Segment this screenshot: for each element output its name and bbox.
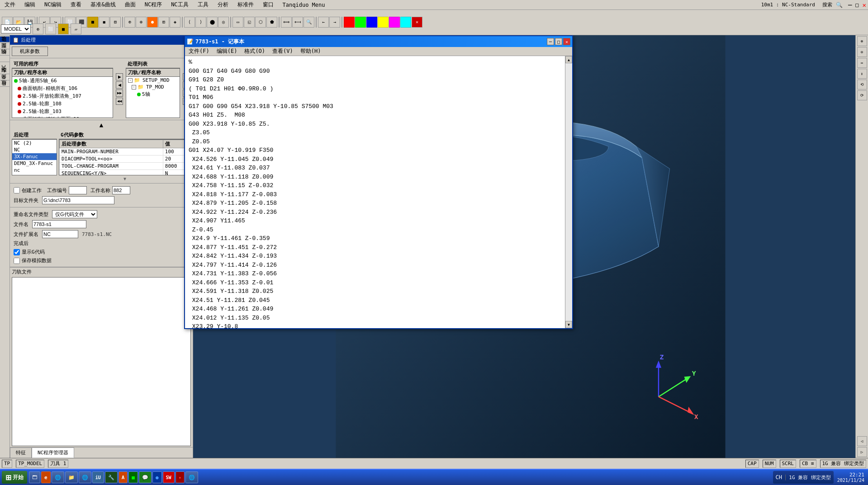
target-folder-input[interactable] <box>42 196 114 204</box>
shape2-btn[interactable]: ◱ <box>244 17 255 28</box>
tool3-btn[interactable]: ● <box>147 17 158 28</box>
vert-btn-nc[interactable]: NC <box>0 61 9 73</box>
taskbar-chrome[interactable]: 🌐 <box>52 471 64 483</box>
close-btn[interactable]: ✕ <box>863 1 866 9</box>
menu-nc-tools[interactable]: NC工具 <box>168 0 191 9</box>
view3-btn[interactable]: ■ <box>87 17 98 28</box>
menu-tools[interactable]: 工具 <box>195 0 211 9</box>
side-btn-expand[interactable]: ▷ <box>857 447 867 457</box>
remove-arrow[interactable]: ◀ <box>116 81 123 89</box>
add-arrow[interactable]: ▶ <box>116 73 123 80</box>
taskbar-ie[interactable]: e <box>41 471 51 483</box>
zoom-btn[interactable]: 🔍 <box>304 17 314 28</box>
rename-type-select[interactable]: 仅G代码文件 <box>52 210 97 218</box>
measure1-btn[interactable]: ⟺ <box>281 17 292 28</box>
prog-item-2[interactable]: 2.5轴-开放轮廓清角_107 <box>12 92 113 100</box>
notepad-restore[interactable]: □ <box>555 38 562 45</box>
nav4-btn[interactable]: ◎ <box>218 17 229 28</box>
side-btn-4[interactable]: ↕ <box>857 69 867 79</box>
vert-btn-all[interactable]: 全局 <box>0 80 9 86</box>
menu-standards[interactable]: 标准件 <box>235 0 256 9</box>
menu-view[interactable]: 查看 <box>68 0 84 9</box>
prog-item-1[interactable]: 曲面铣削-精铣所有_106 <box>12 85 113 92</box>
arrow2-btn[interactable]: → <box>329 17 340 28</box>
taskbar-letter-a[interactable]: A <box>119 471 128 483</box>
menu-tanqiduo[interactable]: Tanqiduo Menu <box>280 1 328 9</box>
model-tool3[interactable]: ■ <box>58 24 69 34</box>
color3[interactable] <box>366 17 377 28</box>
post-item-3[interactable]: DEMO_3X-Fanuc <box>12 160 57 167</box>
side-btn-1[interactable]: ⊕ <box>857 36 867 46</box>
prog-item-4[interactable]: 2.5轴-轮廓_103 <box>12 108 113 115</box>
taskbar-explorer[interactable]: 🗔 <box>29 471 40 483</box>
color1[interactable] <box>344 17 355 28</box>
shape3-btn[interactable]: ⬡ <box>255 17 266 28</box>
machine-params-btn[interactable]: 机床参数 <box>12 47 48 56</box>
taskbar-clock[interactable]: 22:21 2021/11/24 <box>835 472 866 483</box>
tab-nc-manager[interactable]: NC程序管理器 <box>32 447 74 458</box>
proc-item-2[interactable]: 5轴 <box>126 90 180 98</box>
side-btn-2[interactable]: ⊖ <box>857 47 867 57</box>
expand-1[interactable]: - <box>132 85 136 89</box>
show-gcode-checkbox[interactable] <box>14 249 20 255</box>
taskbar-iu[interactable]: iU <box>92 471 104 483</box>
tool1-btn[interactable]: ⊕ <box>124 17 135 28</box>
menu-nc-program[interactable]: NC程序 <box>142 0 165 9</box>
color2[interactable] <box>355 17 366 28</box>
side-btn-5[interactable]: ⟲ <box>857 80 867 89</box>
side-btn-collapse[interactable]: ◁ <box>857 436 867 446</box>
filename-input[interactable] <box>32 220 86 228</box>
notepad-minimize[interactable]: ─ <box>547 38 554 45</box>
scroll-up-btn[interactable]: ▲ <box>565 56 572 63</box>
view5-btn[interactable]: ⊞ <box>110 17 121 28</box>
tool5-btn[interactable]: ◈ <box>170 17 180 28</box>
menu-file[interactable]: 文件 <box>2 0 18 9</box>
color4[interactable] <box>378 17 389 28</box>
scroll-down-btn[interactable]: ▼ <box>565 321 572 328</box>
vert-btn-mill[interactable]: 铣削 <box>0 55 9 61</box>
model-tool1[interactable]: ⊕ <box>33 24 43 34</box>
vert-btn-model[interactable]: 型面 <box>0 49 9 55</box>
menu-surface[interactable]: 曲面 <box>122 0 138 9</box>
notepad-menu-help[interactable]: 帮助(H) <box>299 47 323 56</box>
taskbar-folder[interactable]: 📁 <box>65 471 78 483</box>
post-item-1[interactable]: NC <box>12 146 57 153</box>
nav1-btn[interactable]: ⟨ <box>184 17 195 28</box>
scroll-track[interactable] <box>565 63 572 321</box>
create-job-checkbox[interactable] <box>14 187 20 193</box>
start-button[interactable]: ⊞ 开始 <box>2 471 27 484</box>
proc-item-0[interactable]: - 📁 SETUP_MOD <box>126 77 180 84</box>
taskbar-tool[interactable]: 🔧 <box>105 471 118 483</box>
taskbar-ie2[interactable]: 🌐 <box>79 471 91 483</box>
shape1-btn[interactable]: ▭ <box>232 17 243 28</box>
vert-btn-post[interactable]: 后处理 <box>0 36 9 42</box>
post-item-2[interactable]: 3X-Fanuc <box>12 153 57 160</box>
taskbar-global[interactable]: 🌐 <box>185 471 198 483</box>
prog-item-5[interactable]: 曲面铣削-精铣水平面_10 <box>12 115 113 118</box>
maximize-btn[interactable]: □ <box>855 2 859 8</box>
notepad-text-area[interactable]: % G00 G17 G40 G49 G80 G90 G91 G28 Z0 ( T… <box>185 56 565 328</box>
taskbar-blue[interactable]: ● <box>152 471 162 483</box>
notepad-close[interactable]: ✕ <box>563 38 570 45</box>
notepad-menu-format[interactable]: 格式(O) <box>242 47 267 56</box>
shape4-btn[interactable]: ⬟ <box>266 17 277 28</box>
taskbar-green[interactable]: ■ <box>128 471 138 483</box>
notepad-menu-edit[interactable]: 编辑(E) <box>215 47 239 56</box>
extension-input[interactable] <box>42 230 78 238</box>
menu-analyze[interactable]: 分析 <box>215 0 231 9</box>
proc-item-1[interactable]: - 📁 TP_MOD <box>126 84 180 90</box>
remove-all-arrow[interactable]: ◀◀ <box>116 98 123 105</box>
color-x[interactable]: ✕ <box>412 17 422 28</box>
nav2-btn[interactable]: ⟩ <box>195 17 206 28</box>
color6[interactable] <box>400 17 411 28</box>
collapse-btn[interactable]: ▲ <box>100 121 103 128</box>
model-tool2[interactable]: ⬜ <box>45 24 56 34</box>
prog-item-0[interactable]: 5轴-通用5轴_66 <box>12 77 113 85</box>
taskbar-wechat[interactable]: 💬 <box>139 471 152 483</box>
vert-btn-read[interactable]: 读取 <box>0 42 9 48</box>
job-name-input[interactable] <box>112 186 130 194</box>
prog-item-3[interactable]: 2.5轴-轮廓_108 <box>12 100 113 108</box>
model-select[interactable]: MODEL <box>1 24 31 33</box>
search-icon[interactable]: 🔍 <box>836 2 843 8</box>
taskbar-red-star[interactable]: ✦ <box>175 471 185 483</box>
